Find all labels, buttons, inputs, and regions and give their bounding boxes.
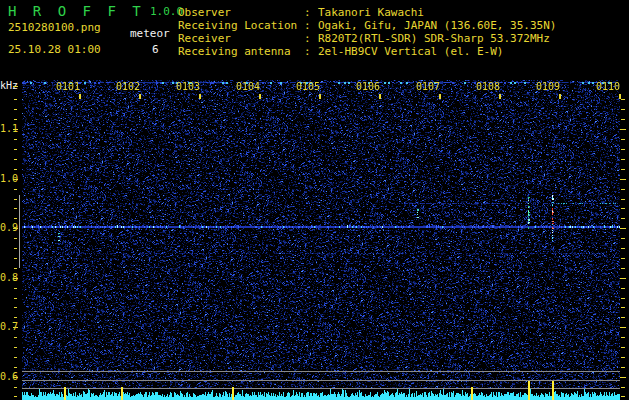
time-tick bbox=[379, 94, 381, 99]
freq-minor-tick bbox=[14, 298, 17, 299]
freq-axis-tick-right bbox=[620, 129, 626, 130]
time-label-0104: 0104 bbox=[236, 82, 260, 92]
freq-axis-tick bbox=[13, 179, 18, 180]
detection-band-marker bbox=[19, 195, 20, 268]
freq-minor-tick bbox=[14, 218, 17, 219]
time-label-0105: 0105 bbox=[296, 82, 320, 92]
time-tick bbox=[619, 94, 621, 99]
meteor-count: 6 bbox=[152, 43, 159, 56]
freq-minor-tick bbox=[14, 258, 17, 259]
freq-minor-tick bbox=[14, 307, 17, 308]
freq-minor-tick-right bbox=[621, 218, 625, 219]
time-label-0108: 0108 bbox=[476, 82, 500, 92]
freq-minor-tick-right bbox=[621, 99, 625, 100]
spectrogram-canvas bbox=[22, 80, 620, 400]
time-tick bbox=[439, 94, 441, 99]
freq-minor-tick-right bbox=[621, 238, 625, 239]
freq-minor-tick bbox=[14, 288, 17, 289]
freq-minor-tick-right bbox=[621, 268, 625, 269]
freq-minor-tick-right bbox=[621, 288, 625, 289]
freq-minor-tick-right bbox=[621, 367, 625, 368]
freq-minor-tick-right bbox=[621, 189, 625, 190]
freq-minor-tick bbox=[14, 99, 17, 100]
freq-minor-tick-right bbox=[621, 258, 625, 259]
freq-minor-tick-right bbox=[621, 119, 625, 120]
freq-axis-tick-right bbox=[620, 377, 626, 378]
hrofft-window: H R O F F T 1.0.0 2510280100.png meteor … bbox=[0, 0, 629, 400]
time-label-0107: 0107 bbox=[416, 82, 440, 92]
freq-minor-tick bbox=[14, 248, 17, 249]
time-label-0101: 0101 bbox=[56, 82, 80, 92]
freq-minor-tick bbox=[14, 149, 17, 150]
freq-minor-tick bbox=[14, 199, 17, 200]
time-tick bbox=[499, 94, 501, 99]
freq-minor-tick-right bbox=[621, 347, 625, 348]
freq-minor-tick-right bbox=[621, 317, 625, 318]
freq-minor-tick bbox=[14, 268, 17, 269]
observation-datetime: 25.10.28 01:00 bbox=[8, 43, 101, 56]
freq-axis-tick bbox=[13, 129, 18, 130]
freq-minor-tick-right bbox=[621, 337, 625, 338]
freq-minor-tick-right bbox=[621, 307, 625, 308]
freq-minor-tick-right bbox=[621, 159, 625, 160]
freq-minor-tick bbox=[14, 317, 17, 318]
freq-minor-tick bbox=[14, 238, 17, 239]
header: H R O F F T 1.0.0 2510280100.png meteor … bbox=[0, 0, 629, 80]
time-label-0110: 0110 bbox=[596, 82, 620, 92]
info-row-3: Receiving antenna:2el-HB9CV Vertical (el… bbox=[178, 45, 556, 58]
freq-minor-tick-right bbox=[621, 357, 625, 358]
freq-minor-tick-right bbox=[621, 199, 625, 200]
freq-axis-tick-right bbox=[620, 228, 626, 229]
freq-minor-tick-right bbox=[621, 387, 625, 388]
info-row-0: Observer:Takanori Kawachi bbox=[178, 6, 556, 19]
freq-axis-tick bbox=[13, 377, 18, 378]
freq-axis-tick bbox=[13, 327, 18, 328]
freq-minor-tick bbox=[14, 387, 17, 388]
time-tick bbox=[259, 94, 261, 99]
freq-minor-tick bbox=[14, 159, 17, 160]
output-filename: 2510280100.png bbox=[8, 21, 101, 34]
freq-minor-tick-right bbox=[621, 169, 625, 170]
freq-minor-tick bbox=[14, 139, 17, 140]
station-info: Observer:Takanori KawachiReceiving Locat… bbox=[178, 6, 556, 58]
freq-minor-tick bbox=[14, 337, 17, 338]
freq-minor-tick bbox=[14, 208, 17, 209]
freq-axis-tick bbox=[13, 278, 18, 279]
freq-minor-tick-right bbox=[621, 298, 625, 299]
freq-axis-tick bbox=[13, 228, 18, 229]
time-tick bbox=[199, 94, 201, 99]
freq-minor-tick-right bbox=[621, 149, 625, 150]
time-tick bbox=[319, 94, 321, 99]
freq-minor-tick-right bbox=[621, 248, 625, 249]
freq-minor-tick bbox=[14, 189, 17, 190]
time-tick bbox=[559, 94, 561, 99]
freq-axis-tick bbox=[13, 86, 18, 87]
freq-minor-tick bbox=[14, 169, 17, 170]
freq-minor-tick bbox=[14, 357, 17, 358]
freq-axis-tick-right bbox=[620, 327, 626, 328]
time-label-0103: 0103 bbox=[176, 82, 200, 92]
freq-minor-tick bbox=[14, 367, 17, 368]
app-title: H R O F F T bbox=[8, 3, 145, 19]
time-tick bbox=[139, 94, 141, 99]
mode-label: meteor bbox=[130, 27, 170, 40]
freq-minor-tick-right bbox=[621, 139, 625, 140]
freq-axis-tick-right bbox=[620, 278, 626, 279]
time-label-0102: 0102 bbox=[116, 82, 140, 92]
time-label-0106: 0106 bbox=[356, 82, 380, 92]
spectrogram-panel: kHz1.11.00.90.80.70.60101010201030104010… bbox=[0, 80, 629, 400]
freq-minor-tick-right bbox=[621, 109, 625, 110]
freq-minor-tick bbox=[14, 347, 17, 348]
freq-minor-tick bbox=[14, 119, 17, 120]
freq-minor-tick bbox=[14, 109, 17, 110]
freq-minor-tick-right bbox=[621, 208, 625, 209]
info-row-1: Receiving Location:Ogaki, Gifu, JAPAN (1… bbox=[178, 19, 556, 32]
freq-minor-tick bbox=[14, 396, 17, 397]
freq-minor-tick-right bbox=[621, 396, 625, 397]
freq-axis-tick-right bbox=[620, 179, 626, 180]
info-row-2: Receiver:R820T2(RTL-SDR) SDR-Sharp 53.37… bbox=[178, 32, 556, 45]
time-tick bbox=[79, 94, 81, 99]
time-label-0109: 0109 bbox=[536, 82, 560, 92]
